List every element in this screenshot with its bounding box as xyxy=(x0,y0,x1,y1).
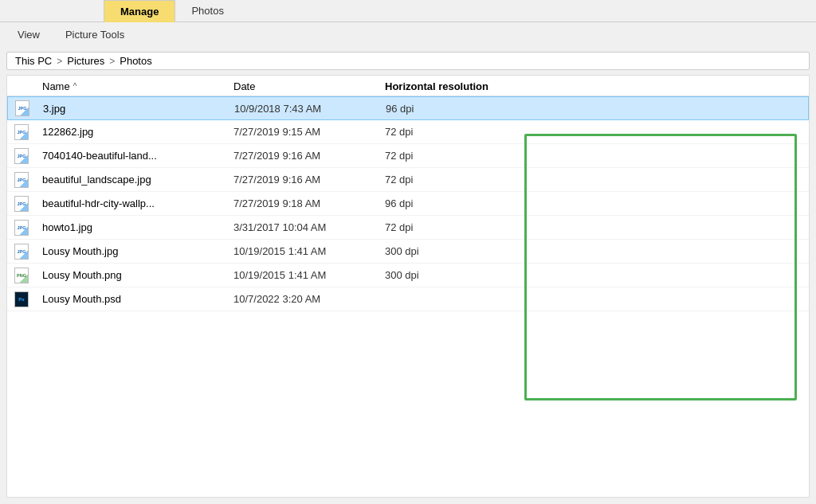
ribbon-subtabs: View Picture Tools xyxy=(0,22,816,47)
table-row[interactable]: PNGLousy Mouth.png10/19/2015 1:41 AM300 … xyxy=(7,264,809,287)
table-row[interactable]: JPGLousy Mouth.jpg10/19/2015 1:41 AM300 … xyxy=(7,240,809,264)
table-row[interactable]: JPGbeautiful-hdr-city-wallp...7/27/2019 … xyxy=(7,192,809,216)
file-date: 7/27/2019 9:18 AM xyxy=(227,197,379,209)
file-hres: 96 dpi xyxy=(379,197,554,209)
jpg-icon: JPG xyxy=(15,100,29,116)
file-name: beautiful-hdr-city-wallp... xyxy=(36,197,227,209)
table-row[interactable]: JPG7040140-beautiful-land...7/27/2019 9:… xyxy=(7,144,809,168)
file-hres: 72 dpi xyxy=(379,221,554,233)
sort-arrow-name: ^ xyxy=(73,82,77,91)
file-rows: JPG3.jpg10/9/2018 7:43 AM96 dpiJPG122862… xyxy=(7,96,809,311)
jpg-icon: JPG xyxy=(14,148,29,164)
file-hres: 96 dpi xyxy=(379,103,555,115)
file-icon-cell: JPG xyxy=(7,124,36,140)
breadcrumb-sep-2: > xyxy=(109,56,115,67)
table-row[interactable]: JPGhowto1.jpg3/31/2017 10:04 AM72 dpi xyxy=(7,216,809,240)
png-icon: PNG xyxy=(14,268,29,283)
tab-manage[interactable]: Manage xyxy=(104,0,175,22)
file-hres: 72 dpi xyxy=(379,150,554,162)
col-header-hres[interactable]: Horizontal resolution xyxy=(379,80,554,92)
window: Manage Photos View Picture Tools This PC… xyxy=(0,0,816,504)
file-table: Name ^ Date Horizontal resolution JPG3.j… xyxy=(6,75,810,498)
table-row[interactable]: JPGbeautiful_landscape.jpg7/27/2019 9:16… xyxy=(7,168,809,192)
file-name: Lousy Mouth.jpg xyxy=(36,245,227,257)
jpg-icon: JPG xyxy=(14,172,29,188)
psd-icon: Ps xyxy=(14,291,29,307)
table-row[interactable]: PsLousy Mouth.psd10/7/2022 3:20 AM xyxy=(7,287,809,311)
file-date: 10/19/2015 1:41 AM xyxy=(227,269,379,281)
file-date: 10/19/2015 1:41 AM xyxy=(227,245,379,257)
table-row[interactable]: JPG3.jpg10/9/2018 7:43 AM96 dpi xyxy=(7,96,809,120)
ribbon: Manage Photos View Picture Tools xyxy=(0,0,816,47)
subtab-picture-tools[interactable]: Picture Tools xyxy=(54,25,135,44)
jpg-icon: JPG xyxy=(14,196,29,212)
ribbon-tabs: Manage Photos xyxy=(0,0,816,22)
content-area: This PC > Pictures > Photos Name ^ Date … xyxy=(0,47,816,504)
table-header: Name ^ Date Horizontal resolution xyxy=(7,76,809,96)
file-icon-cell: JPG xyxy=(7,244,36,260)
file-name: 122862.jpg xyxy=(36,126,227,138)
file-hres: 72 dpi xyxy=(379,126,554,138)
file-name: 3.jpg xyxy=(37,103,228,115)
file-hres: 300 dpi xyxy=(379,269,554,281)
file-icon-cell: JPG xyxy=(7,196,36,212)
file-date: 7/27/2019 9:15 AM xyxy=(227,126,379,138)
breadcrumb-part-1[interactable]: This PC xyxy=(15,55,52,67)
col-header-name[interactable]: Name ^ xyxy=(36,80,227,92)
file-icon-cell: JPG xyxy=(7,220,36,236)
jpg-icon: JPG xyxy=(14,220,29,236)
jpg-icon: JPG xyxy=(14,124,29,140)
file-name: howto1.jpg xyxy=(36,221,227,233)
jpg-icon: JPG xyxy=(14,244,29,260)
file-hres: 72 dpi xyxy=(379,174,554,186)
file-name: 7040140-beautiful-land... xyxy=(36,150,227,162)
file-date: 10/7/2022 3:20 AM xyxy=(227,293,379,305)
col-header-date[interactable]: Date xyxy=(227,80,379,92)
breadcrumb-sep-1: > xyxy=(57,56,62,67)
file-name: Lousy Mouth.png xyxy=(36,269,227,281)
file-icon-cell: PNG xyxy=(7,268,36,283)
table-row[interactable]: JPG122862.jpg7/27/2019 9:15 AM72 dpi xyxy=(7,120,809,144)
file-date: 7/27/2019 9:16 AM xyxy=(227,150,379,162)
file-name: beautiful_landscape.jpg xyxy=(36,174,227,186)
file-icon-cell: JPG xyxy=(7,148,36,164)
header-spacer xyxy=(7,80,36,92)
subtab-view[interactable]: View xyxy=(6,25,51,44)
breadcrumb: This PC > Pictures > Photos xyxy=(6,52,810,70)
file-date: 3/31/2017 10:04 AM xyxy=(227,221,379,233)
file-date: 7/27/2019 9:16 AM xyxy=(227,174,379,186)
breadcrumb-part-3[interactable]: Photos xyxy=(120,55,151,67)
file-icon-cell: JPG xyxy=(8,100,37,116)
file-icon-cell: JPG xyxy=(7,172,36,188)
tab-photos[interactable]: Photos xyxy=(175,0,239,21)
file-hres: 300 dpi xyxy=(379,245,554,257)
file-date: 10/9/2018 7:43 AM xyxy=(228,103,379,115)
file-name: Lousy Mouth.psd xyxy=(36,293,227,305)
file-icon-cell: Ps xyxy=(7,291,36,307)
breadcrumb-part-2[interactable]: Pictures xyxy=(67,55,104,67)
